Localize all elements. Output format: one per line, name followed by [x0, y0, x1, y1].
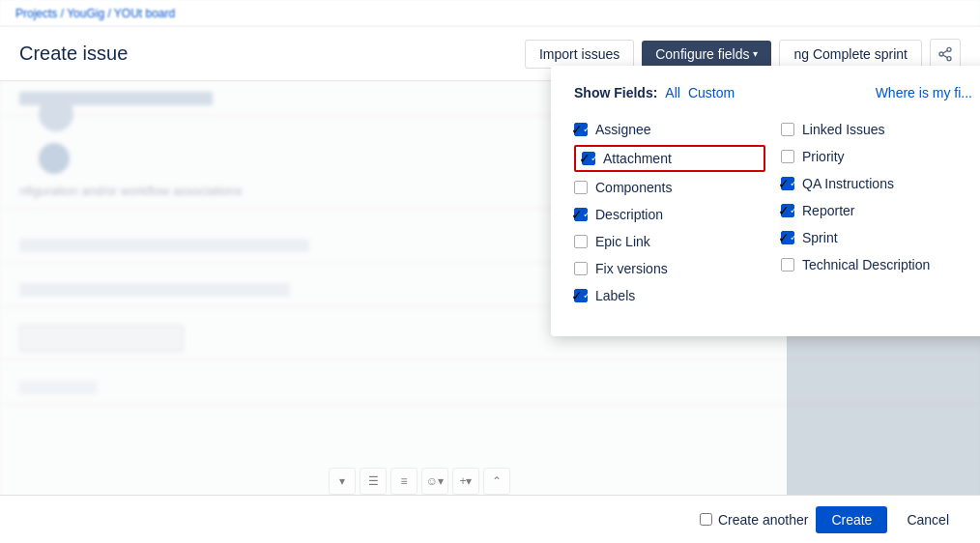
- svg-point-0: [947, 47, 951, 51]
- field-item-attachment: ✓ Attachment: [574, 145, 765, 172]
- toolbar-expand[interactable]: ⌃: [483, 468, 510, 495]
- field-item-sprint: ✓ Sprint: [781, 224, 972, 251]
- toolbar-plus[interactable]: +▾: [452, 468, 479, 495]
- page-title: Create issue: [19, 43, 525, 65]
- create-another-label[interactable]: Create another: [700, 512, 808, 528]
- svg-line-3: [943, 55, 948, 58]
- field-label-qa-instructions[interactable]: QA Instructions: [802, 176, 894, 191]
- bottom-bar: Create another Create Cancel: [0, 495, 980, 543]
- field-label-technical-description[interactable]: Technical Description: [802, 257, 930, 272]
- field-checkbox-epic-link[interactable]: [574, 235, 588, 248]
- share-icon: [937, 46, 953, 62]
- create-button[interactable]: Create: [816, 506, 887, 533]
- field-checkbox-qa-instructions[interactable]: ✓: [781, 177, 794, 190]
- field-checkbox-description[interactable]: ✓: [574, 208, 588, 221]
- field-label-fix-versions[interactable]: Fix versions: [595, 261, 668, 276]
- show-fields-custom-link[interactable]: Custom: [688, 85, 735, 100]
- svg-point-2: [947, 56, 951, 60]
- configure-fields-dropdown: Show Fields: All Custom Where is my fi..…: [551, 66, 980, 336]
- fields-left-column: ✓ Assignee ✓ Attachment Components ✓ Des…: [574, 116, 765, 309]
- field-checkbox-linked-issues[interactable]: [781, 123, 794, 136]
- field-item-epic-link: Epic Link: [574, 228, 765, 255]
- field-checkbox-reporter[interactable]: ✓: [781, 204, 794, 217]
- field-label-description[interactable]: Description: [595, 207, 663, 222]
- toolbar-list-ordered[interactable]: ≡: [390, 468, 418, 495]
- field-label-labels[interactable]: Labels: [595, 288, 635, 303]
- field-item-priority: Priority: [781, 143, 972, 170]
- toolbar-list-unordered[interactable]: ☰: [360, 468, 387, 495]
- field-checkbox-components[interactable]: [574, 181, 588, 194]
- chevron-down-icon: ▾: [753, 48, 758, 59]
- field-item-description: ✓ Description: [574, 201, 765, 228]
- field-label-attachment[interactable]: Attachment: [603, 151, 672, 166]
- field-item-qa-instructions: ✓ QA Instructions: [781, 170, 972, 197]
- field-checkbox-labels[interactable]: ✓: [574, 289, 588, 302]
- field-label-assignee[interactable]: Assignee: [595, 122, 651, 137]
- field-item-technical-description: Technical Description: [781, 251, 972, 278]
- field-item-assignee: ✓ Assignee: [574, 116, 765, 143]
- breadcrumb: Projects / YouGig / YOUt board: [0, 0, 980, 27]
- fields-right-column: Linked Issues Priority ✓ QA Instructions…: [781, 116, 972, 309]
- field-item-reporter: ✓ Reporter: [781, 197, 972, 224]
- field-checkbox-sprint[interactable]: ✓: [781, 231, 794, 244]
- editor-toolbar: ▾ ☰ ≡ ☺▾ +▾ ⌃: [329, 468, 510, 495]
- show-fields-label: Show Fields:: [574, 85, 657, 100]
- field-label-components[interactable]: Components: [595, 180, 672, 195]
- header-buttons: Import issues Configure fields ▾ ng Comp…: [525, 39, 961, 70]
- field-checkbox-technical-description[interactable]: [781, 258, 794, 272]
- field-item-components: Components: [574, 174, 765, 201]
- complete-sprint-button[interactable]: ng Complete sprint: [779, 40, 922, 69]
- configure-fields-button[interactable]: Configure fields ▾: [642, 41, 771, 68]
- field-label-epic-link[interactable]: Epic Link: [595, 234, 650, 249]
- cancel-button[interactable]: Cancel: [895, 506, 961, 533]
- where-is-my-field-link[interactable]: Where is my fi...: [876, 85, 972, 100]
- field-checkbox-attachment[interactable]: ✓: [582, 152, 595, 165]
- field-item-labels: ✓ Labels: [574, 282, 765, 309]
- svg-line-4: [943, 50, 948, 53]
- field-label-linked-issues[interactable]: Linked Issues: [802, 122, 885, 137]
- field-label-priority[interactable]: Priority: [802, 149, 845, 164]
- show-fields-header: Show Fields: All Custom Where is my fi..…: [574, 85, 972, 100]
- field-checkbox-fix-versions[interactable]: [574, 262, 588, 275]
- field-label-sprint[interactable]: Sprint: [802, 230, 838, 245]
- field-item-linked-issues: Linked Issues: [781, 116, 972, 143]
- field-item-fix-versions: Fix versions: [574, 255, 765, 282]
- share-button[interactable]: [930, 39, 961, 70]
- import-issues-button[interactable]: Import issues: [525, 40, 634, 69]
- field-checkbox-assignee[interactable]: ✓: [574, 123, 588, 136]
- svg-point-1: [939, 52, 943, 56]
- show-fields-all-link[interactable]: All: [665, 85, 680, 100]
- fields-grid: ✓ Assignee ✓ Attachment Components ✓ Des…: [574, 116, 972, 309]
- field-checkbox-priority[interactable]: [781, 150, 794, 163]
- toolbar-dropdown[interactable]: ▾: [329, 468, 356, 495]
- field-label-reporter[interactable]: Reporter: [802, 203, 854, 218]
- create-another-checkbox[interactable]: [700, 513, 712, 526]
- toolbar-emoji[interactable]: ☺▾: [421, 468, 448, 495]
